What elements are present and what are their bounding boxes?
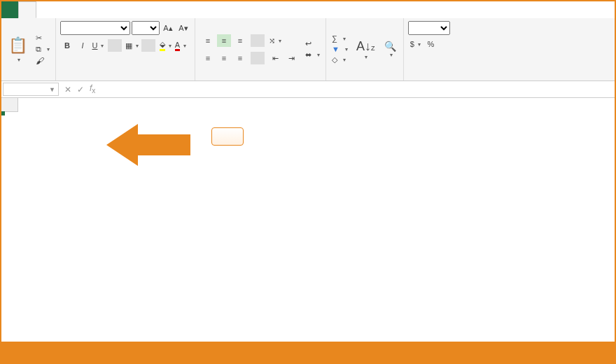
wrap-icon: ↩: [305, 39, 312, 48]
group-label-alignment: [200, 78, 321, 79]
group-label-clipboard: [6, 78, 51, 79]
italic-button[interactable]: I: [76, 39, 90, 52]
align-bottom-button[interactable]: ≡: [233, 34, 247, 47]
active-cell-outline: [1, 112, 4, 115]
align-middle-button[interactable]: ≡: [217, 34, 231, 47]
increase-font-button[interactable]: A▴: [161, 22, 175, 34]
fill-color-button[interactable]: ⬙: [158, 39, 172, 52]
border-button[interactable]: ▦: [125, 39, 139, 52]
tab-acrobat[interactable]: [137, 1, 154, 18]
tab-view[interactable]: [120, 1, 137, 18]
sheet-grid: [1, 98, 615, 112]
tab-file[interactable]: [1, 1, 18, 18]
brush-icon: [36, 56, 44, 66]
cancel-formula-icon[interactable]: ✕: [64, 85, 71, 94]
wrap-text-button[interactable]: ↩: [304, 38, 321, 49]
sigma-icon: ∑: [332, 34, 337, 43]
name-box[interactable]: ▼: [3, 83, 59, 96]
group-clipboard: [1, 18, 56, 80]
fill-icon: ▼: [332, 45, 340, 53]
orientation-button[interactable]: ⤭: [268, 34, 282, 47]
align-left-button[interactable]: ≡: [201, 52, 215, 64]
group-number: $ %: [404, 18, 454, 80]
clipboard-icon: [8, 36, 27, 55]
find-select-button[interactable]: [382, 21, 399, 78]
accept-formula-icon[interactable]: ✓: [77, 85, 84, 94]
formula-input[interactable]: [99, 81, 615, 97]
merge-icon: ⬌: [305, 50, 312, 59]
tab-page-layout[interactable]: [53, 1, 70, 18]
currency-button[interactable]: $: [408, 38, 422, 50]
merge-center-button[interactable]: ⬌: [304, 50, 321, 60]
group-editing: ∑ ▼ ◇ A↓Z: [326, 18, 404, 80]
font-name-select[interactable]: [60, 21, 130, 35]
group-alignment: ≡ ≡ ≡ ⤭ ≡ ≡ ≡ ⇤ ⇥ ↩ ⬌: [195, 18, 326, 80]
ribbon-tabs: [1, 1, 615, 18]
number-format-select[interactable]: [408, 21, 450, 35]
font-color-icon: A: [175, 41, 180, 51]
clear-button[interactable]: ◇: [330, 55, 349, 65]
decrease-font-button[interactable]: A▾: [176, 22, 190, 34]
eraser-icon: ◇: [332, 55, 337, 64]
copy-button[interactable]: [34, 44, 51, 55]
tab-insert[interactable]: [36, 1, 53, 18]
formula-bar-row: ▼ ✕ ✓ fx: [1, 81, 615, 98]
chevron-down-icon: ▼: [49, 86, 55, 93]
tab-formulas[interactable]: [70, 1, 87, 18]
underline-button[interactable]: U: [91, 39, 105, 52]
bold-button[interactable]: B: [60, 39, 74, 52]
percent-button[interactable]: %: [424, 38, 438, 50]
align-right-button[interactable]: ≡: [233, 52, 247, 64]
search-icon: [384, 41, 396, 52]
tab-home[interactable]: [18, 1, 36, 18]
paste-button[interactable]: [6, 21, 30, 78]
sort-icon: A↓Z: [356, 39, 375, 54]
format-painter-button[interactable]: [34, 55, 51, 66]
autosum-button[interactable]: ∑: [330, 34, 349, 43]
tab-data[interactable]: [87, 1, 104, 18]
svg-marker-0: [106, 124, 190, 166]
fx-icon[interactable]: fx: [90, 83, 95, 94]
fill-button[interactable]: ▼: [330, 44, 349, 54]
sort-filter-button[interactable]: A↓Z: [354, 21, 378, 78]
scissors-icon: [36, 34, 42, 43]
group-label-font: [60, 78, 190, 79]
font-size-select[interactable]: [132, 21, 160, 35]
cut-button[interactable]: [34, 33, 51, 43]
bucket-icon: ⬙: [160, 40, 165, 51]
font-color-button[interactable]: A: [174, 39, 188, 52]
increase-indent-button[interactable]: ⇥: [284, 52, 298, 64]
annotation-arrow: [106, 120, 190, 169]
select-all-corner[interactable]: [1, 98, 18, 112]
ribbon: A▴ A▾ B I U ▦ ⬙ A ≡ ≡ ≡: [1, 18, 615, 81]
align-center-button[interactable]: ≡: [217, 52, 231, 64]
annotation-callout: [211, 127, 244, 146]
paste-label: [16, 55, 20, 63]
copy-icon: [36, 45, 41, 54]
align-top-button[interactable]: ≡: [201, 34, 215, 47]
group-label-number: [408, 78, 450, 79]
tab-review[interactable]: [104, 1, 120, 18]
group-font: A▴ A▾ B I U ▦ ⬙ A: [56, 18, 195, 80]
group-label-editing: [330, 78, 399, 79]
tutorial-footer: [1, 342, 615, 363]
decrease-indent-button[interactable]: ⇤: [268, 52, 282, 64]
